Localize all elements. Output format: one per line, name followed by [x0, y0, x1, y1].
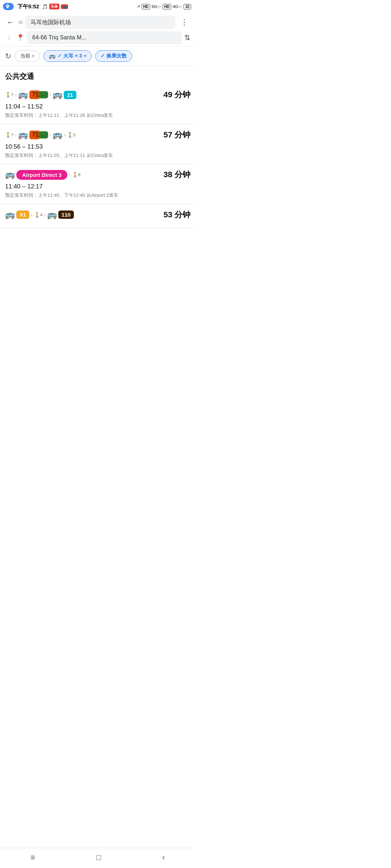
badge-x1: X1 [16, 210, 29, 219]
route-card-4[interactable]: 🚌 X1 › 🚶4 › 🚌 110 53 分钟 [0, 204, 196, 229]
badge-71-combined-2: 71 ... [29, 131, 48, 139]
mode-selector: ↻ 当前 ▾ 🚌 ✓ 火车 + 3 ▾ ✓ 换乘次数 [0, 47, 196, 66]
bus-icon-5: 🚌 [5, 170, 15, 179]
route-3-schedule: 预定发车时间：上午11:40、下午12:40 从Airport 2发车 [5, 192, 190, 199]
train-chevron: ▾ [84, 54, 86, 59]
route-2-duration: 57 分钟 [163, 129, 190, 140]
section-header: 公共交通 [0, 66, 196, 84]
arrow-5: › [64, 132, 66, 138]
route-1-icons: 🚶7 › 🚌 71 ... › 🚌 21 49 分钟 [5, 89, 190, 100]
destination-row: 📍 ⇅ [5, 31, 190, 44]
nav-arrow-icon: ↗ [137, 4, 140, 9]
signal-5g: 5G↑↑ [152, 4, 161, 9]
swap-button[interactable]: ⇅ [184, 33, 190, 42]
notification-badge-1: 头条 [49, 4, 59, 9]
hd-badge-2: HD [163, 4, 171, 9]
destination-pin-icon: 📍 [16, 34, 24, 42]
bus-filter-icon: 🚌 [49, 53, 56, 59]
route-2-icons: 🚶7 › 🚌 71 ... › 🚌 › 🚶5 57 分钟 [5, 129, 190, 140]
bus-icon-1: 🚌 [18, 90, 28, 99]
route-3-time: 11:40 – 12:17 [5, 183, 190, 190]
back-button[interactable]: ← [5, 16, 16, 29]
badge-110: 110 [58, 210, 74, 219]
nav-area: ← ⋮ 📍 ⇅ [0, 13, 196, 47]
bus-icon-2: 🚌 [52, 90, 62, 99]
badge-71-text-2: 71 [29, 131, 39, 139]
destination-input[interactable] [27, 31, 181, 44]
walk-end-3: 🚶6 [72, 172, 80, 178]
status-bar: 下午5:52 🎵 头条 📺 ↗ HD 5G↑↑ HD 4G↑↑ 33 [0, 0, 196, 13]
route-card-2[interactable]: 🚶7 › 🚌 71 ... › 🚌 › 🚶5 57 分钟 10:56 – 11:… [0, 124, 196, 165]
route-3-icons: 🚌 Airport Direct 3 › 🚶6 38 分钟 [5, 169, 190, 180]
arrow-8: › [44, 212, 46, 218]
badge-dots-text: ... [39, 91, 48, 98]
route-1-schedule: 预定发车时间：上午11:11、上午11:26 从Cintra发车 [5, 112, 190, 119]
arrow-4: › [50, 132, 51, 138]
route-card-3[interactable]: 🚌 Airport Direct 3 › 🚶6 38 分钟 11:40 – 12… [0, 164, 196, 204]
hd-badge: HD [142, 4, 150, 9]
walk-start-2: 🚶7 [5, 132, 13, 138]
arrow-1: › [15, 92, 17, 98]
badge-dots-text-2: ... [39, 131, 48, 139]
route-2-time: 10:56 – 11:53 [5, 143, 190, 150]
current-chevron: ▾ [32, 54, 34, 59]
arrow-3: › [15, 132, 17, 138]
route-4-duration: 53 分钟 [163, 209, 190, 220]
notification-badge-2: 📺 [61, 4, 68, 9]
train-filter-label: ✓ 火车 + 3 [58, 53, 82, 59]
status-time: 下午5:52 [17, 3, 39, 10]
refresh-button[interactable]: ↻ [5, 52, 11, 60]
arrow-2: › [50, 92, 51, 98]
badge-21: 21 [64, 91, 76, 99]
mode-current[interactable]: 当前 ▾ [15, 50, 40, 62]
transfer-filter-label: ✓ 换乘次数 [101, 53, 127, 59]
bus-icon-3: 🚌 [18, 130, 28, 140]
route-2-schedule: 预定发车时间：上午11:03、上午11:11 从Cintra发车 [5, 152, 190, 159]
route-card-1[interactable]: 🚶7 › 🚌 71 ... › 🚌 21 49 分钟 11:04 – 11:52… [0, 84, 196, 124]
walk-start-1: 🚶7 [5, 92, 13, 98]
walk-mid-4: 🚶4 [34, 212, 42, 218]
origin-input[interactable] [25, 16, 175, 29]
battery-box: 33 [184, 4, 191, 9]
notification-1: 🎵 [42, 4, 48, 9]
arrow-6: › [69, 172, 71, 178]
route-1-duration: 49 分钟 [163, 89, 190, 100]
badge-71-combined: 71 ... [29, 90, 48, 99]
bus-icon-6: 🚌 [5, 210, 15, 220]
badge-airport-direct: Airport Direct 3 [16, 170, 67, 180]
route-1-time: 11:04 – 11:52 [5, 103, 190, 110]
status-right: ↗ HD 5G↑↑ HD 4G↑↑ 33 [137, 4, 191, 9]
origin-row: ← ⋮ [5, 16, 190, 29]
badge-71-text: 71 [29, 90, 39, 99]
status-left: 下午5:52 🎵 头条 📺 [3, 3, 68, 10]
location-pill [3, 3, 14, 10]
more-button[interactable]: ⋮ [178, 16, 190, 29]
route-4-icons: 🚌 X1 › 🚶4 › 🚌 110 53 分钟 [5, 209, 190, 220]
mode-transfer-filter[interactable]: ✓ 换乘次数 [95, 50, 132, 62]
bus-icon-4: 🚌 [52, 130, 62, 140]
bus-icon-7: 🚌 [47, 210, 57, 220]
mode-train-filter[interactable]: 🚌 ✓ 火车 + 3 ▾ [43, 50, 92, 62]
route-connector [5, 36, 13, 39]
arrow-7: › [31, 212, 33, 218]
signal-4g: 4G↑↑ [173, 4, 182, 9]
current-label: 当前 [20, 53, 30, 59]
route-3-duration: 38 分钟 [163, 169, 190, 180]
walk-end-2: 🚶5 [67, 132, 75, 138]
origin-dot [19, 21, 22, 24]
